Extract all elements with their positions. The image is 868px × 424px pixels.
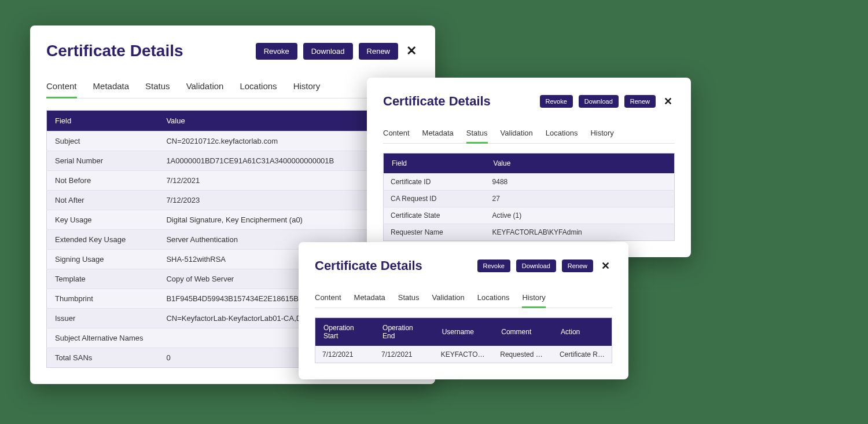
col-op-start: Operation Start [315, 318, 375, 346]
tab-metadata[interactable]: Metadata [354, 290, 385, 308]
table-row[interactable]: Not Before7/12/2021 [47, 171, 419, 191]
close-icon[interactable]: ✕ [661, 96, 675, 107]
table-row[interactable]: Not After7/12/2023 [47, 191, 419, 210]
tabs: Content Metadata Status Validation Locat… [46, 76, 419, 98]
revoke-button[interactable]: Revoke [477, 259, 510, 272]
col-op-end: Operation End [374, 318, 434, 346]
tab-status[interactable]: Status [398, 290, 420, 308]
table-row[interactable]: SubjectCN=20210712c.keyfactorlab.com [47, 131, 419, 151]
table-row[interactable]: Certificate StateActive (1) [384, 207, 675, 224]
header-actions: Revoke Download Renew ✕ [540, 95, 675, 108]
tab-status[interactable]: Status [466, 125, 488, 144]
tab-metadata[interactable]: Metadata [422, 125, 454, 144]
renew-button[interactable]: Renew [359, 43, 398, 60]
tabs: Content Metadata Status Validation Locat… [315, 290, 612, 308]
header-actions: Revoke Download Renew ✕ [477, 259, 612, 272]
table-row[interactable]: Serial Number1A0000001BD71CE91A61C31A340… [47, 151, 419, 171]
close-icon[interactable]: ✕ [404, 45, 419, 57]
tab-metadata[interactable]: Metadata [93, 76, 130, 98]
tabs: Content Metadata Status Validation Locat… [383, 125, 675, 144]
tab-history[interactable]: History [522, 290, 545, 308]
tab-locations[interactable]: Locations [546, 125, 578, 144]
dialog-header: Certificate Details Revoke Download Rene… [383, 94, 675, 109]
col-username: Username [434, 318, 494, 346]
col-field: Field [384, 153, 486, 174]
close-icon[interactable]: ✕ [599, 261, 612, 271]
dialog-title: Certificate Details [383, 94, 491, 109]
dialog-header: Certificate Details Revoke Download Rene… [315, 258, 612, 273]
revoke-button[interactable]: Revoke [256, 43, 297, 60]
tab-locations[interactable]: Locations [240, 76, 277, 98]
col-action: Action [553, 318, 612, 346]
col-value: Value [486, 153, 675, 174]
table-row[interactable]: Key UsageDigital Signature, Key Encipher… [47, 210, 419, 230]
tab-validation[interactable]: Validation [501, 125, 533, 144]
tab-content[interactable]: Content [315, 290, 341, 308]
tab-locations[interactable]: Locations [477, 290, 510, 308]
table-row[interactable]: CA Request ID27 [384, 191, 675, 207]
col-field: Field [47, 111, 159, 131]
revoke-button[interactable]: Revoke [540, 95, 573, 108]
tab-validation[interactable]: Validation [186, 76, 224, 98]
dialog-title: Certificate Details [46, 42, 183, 60]
tab-validation[interactable]: Validation [432, 290, 465, 308]
renew-button[interactable]: Renew [562, 259, 593, 272]
col-comment: Comment [493, 318, 553, 346]
renew-button[interactable]: Renew [624, 95, 656, 108]
cert-details-dialog-status: Certificate Details Revoke Download Rene… [367, 78, 691, 257]
table-row[interactable]: Certificate ID9488 [384, 174, 675, 191]
download-button[interactable]: Download [579, 95, 619, 108]
tab-history[interactable]: History [293, 76, 321, 98]
tab-content[interactable]: Content [383, 125, 410, 144]
status-table: Field Value Certificate ID9488 CA Reques… [383, 153, 675, 241]
history-table: Operation Start Operation End Username C… [315, 317, 612, 363]
tab-status[interactable]: Status [145, 76, 170, 98]
download-button[interactable]: Download [303, 43, 353, 60]
dialog-header: Certificate Details Revoke Download Rene… [46, 42, 419, 60]
download-button[interactable]: Download [516, 259, 556, 272]
cert-details-dialog-history: Certificate Details Revoke Download Rene… [299, 242, 628, 379]
table-row[interactable]: Requester NameKEYFACTORLAB\KYFAdmin [384, 224, 675, 241]
tab-content[interactable]: Content [46, 76, 77, 98]
header-actions: Revoke Download Renew ✕ [256, 43, 419, 60]
table-row[interactable]: 7/12/2021 7/12/2021 KEYFACTORLA… Request… [315, 346, 612, 363]
tab-history[interactable]: History [590, 125, 613, 144]
dialog-title: Certificate Details [315, 258, 422, 273]
